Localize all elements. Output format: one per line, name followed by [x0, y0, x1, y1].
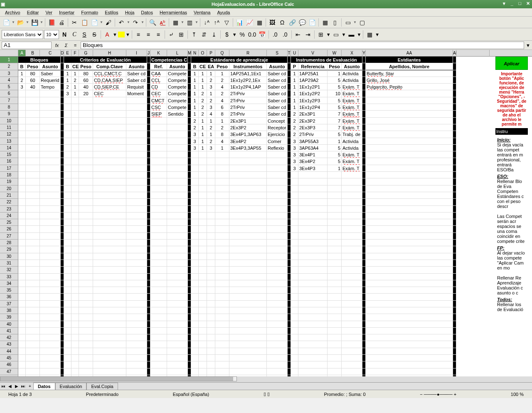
cell[interactable]: 1	[199, 138, 207, 145]
cell[interactable]	[61, 206, 64, 213]
cell[interactable]	[150, 348, 167, 355]
cell[interactable]	[288, 97, 291, 104]
cell[interactable]	[64, 348, 71, 355]
cell[interactable]	[288, 158, 291, 165]
cell[interactable]	[288, 57, 291, 63]
cell[interactable]	[40, 287, 61, 294]
cell[interactable]	[126, 165, 147, 172]
cell[interactable]	[64, 260, 71, 267]
cell[interactable]	[26, 104, 40, 111]
cell[interactable]	[288, 185, 291, 192]
cell[interactable]	[291, 199, 298, 205]
cell[interactable]	[288, 253, 291, 260]
cell[interactable]: Activida	[342, 138, 362, 145]
cell[interactable]	[26, 185, 40, 192]
cell[interactable]	[71, 131, 79, 138]
cell[interactable]	[199, 334, 207, 341]
cell[interactable]	[40, 240, 61, 246]
cell[interactable]	[298, 253, 328, 260]
cell[interactable]	[288, 151, 291, 158]
cell[interactable]: Ref.	[150, 63, 167, 70]
font-color-icon[interactable]: A	[103, 30, 112, 39]
cell[interactable]	[362, 63, 366, 70]
cell[interactable]: 1	[199, 145, 207, 151]
cell[interactable]	[229, 219, 267, 226]
col-header-Q[interactable]: Q	[215, 50, 229, 57]
max-button[interactable]: □	[517, 1, 523, 7]
cell[interactable]	[93, 267, 126, 273]
cell[interactable]	[126, 178, 147, 185]
freeze-icon[interactable]: ▦	[320, 18, 330, 27]
cell[interactable]	[64, 240, 71, 246]
cell[interactable]: SIEP	[150, 111, 167, 117]
cell[interactable]	[199, 321, 207, 328]
cell[interactable]	[298, 301, 328, 307]
cell[interactable]: 1	[71, 84, 79, 90]
cell[interactable]	[71, 165, 79, 172]
italic-icon[interactable]: C	[70, 30, 79, 39]
col-header-L[interactable]: L	[167, 50, 188, 57]
cell[interactable]	[366, 368, 453, 375]
close-doc-icon[interactable]: ▢	[357, 18, 367, 27]
cell[interactable]	[147, 361, 150, 368]
cell[interactable]	[207, 307, 215, 314]
cell[interactable]: EA	[207, 63, 215, 70]
cell[interactable]	[207, 334, 215, 341]
cell[interactable]	[291, 314, 298, 321]
cell[interactable]	[79, 314, 93, 321]
cell[interactable]	[188, 287, 191, 294]
cell[interactable]	[26, 361, 40, 368]
cell[interactable]	[342, 368, 362, 375]
cell[interactable]: Asunto	[167, 63, 188, 70]
cell[interactable]	[362, 233, 366, 240]
cell[interactable]	[199, 233, 207, 240]
cell[interactable]	[267, 246, 288, 253]
min-button[interactable]: _	[509, 1, 515, 7]
row-header-18[interactable]: 18	[0, 172, 18, 178]
cell[interactable]	[26, 131, 40, 138]
cell[interactable]	[199, 341, 207, 348]
pdf-icon[interactable]: 📕	[47, 18, 56, 27]
cell[interactable]: CEC	[150, 90, 167, 97]
cell[interactable]	[453, 240, 456, 246]
cell[interactable]: Saber cd	[126, 70, 147, 77]
cell[interactable]	[199, 185, 207, 192]
cell[interactable]: 2	[207, 77, 215, 84]
cell[interactable]	[215, 206, 229, 213]
cell[interactable]	[298, 267, 328, 273]
cell[interactable]	[362, 355, 366, 361]
cell[interactable]	[366, 233, 453, 240]
cell[interactable]: Butterfly, Star	[366, 70, 453, 77]
cell[interactable]	[291, 253, 298, 260]
cell[interactable]: 1	[291, 77, 298, 84]
cell[interactable]	[267, 314, 288, 321]
cell[interactable]: 2	[207, 124, 215, 131]
cell[interactable]	[61, 178, 64, 185]
cell[interactable]	[71, 253, 79, 260]
cell[interactable]	[18, 361, 26, 368]
cell[interactable]	[126, 260, 147, 267]
cell[interactable]	[298, 328, 328, 334]
cell[interactable]: 5	[328, 84, 342, 90]
cell[interactable]: Exám. T	[342, 84, 362, 90]
cell[interactable]: 1	[291, 90, 298, 97]
cell[interactable]	[267, 240, 288, 246]
cell[interactable]	[61, 307, 64, 314]
cell[interactable]	[93, 118, 126, 124]
cell[interactable]	[64, 280, 71, 287]
cell[interactable]	[362, 178, 366, 185]
cell[interactable]	[267, 253, 288, 260]
cell[interactable]	[288, 368, 291, 375]
cell[interactable]: CSC	[150, 104, 167, 111]
cell[interactable]	[188, 314, 191, 321]
cell[interactable]	[188, 104, 191, 111]
row-header-3[interactable]: 3	[0, 70, 18, 77]
cell[interactable]	[147, 63, 150, 70]
cell[interactable]	[229, 267, 267, 273]
cell[interactable]: 6	[215, 104, 229, 111]
cell[interactable]	[26, 206, 40, 213]
cell[interactable]	[71, 274, 79, 280]
row-header-35[interactable]: 35	[0, 287, 18, 294]
cell[interactable]	[362, 118, 366, 124]
cell[interactable]	[215, 267, 229, 273]
